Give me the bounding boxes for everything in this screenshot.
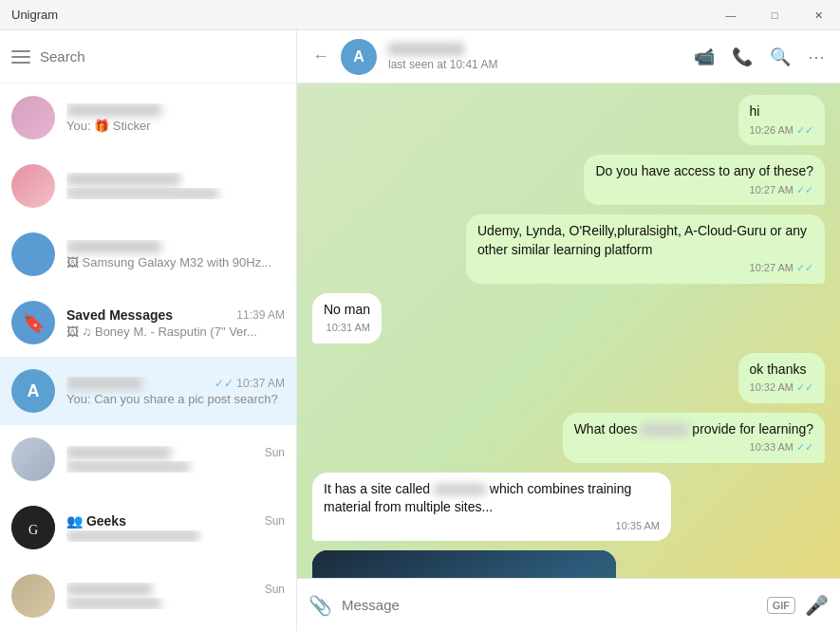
chat-preview: 🖼 ♫ Boney M. - Rasputin (7" Ver... [66,325,285,339]
message-row: Udemy, Lynda, O'Reilly,pluralsight, A-Cl… [312,214,825,284]
message-row: What does provide for learning? 10:33 AM… [312,413,825,463]
message-bubble: hi 10:26 AM ✓✓ [738,95,825,145]
messages-area: hi 10:26 AM ✓✓ Do you have access to any… [297,84,840,578]
message-text: ok thanks [750,361,813,380]
message-row: It has a site called which combines trai… [312,473,825,542]
message-text: Udemy, Lynda, O'Reilly,pluralsight, A-Cl… [477,222,813,259]
avatar [11,164,55,208]
avatar: 🔖 [11,301,55,344]
chat-name: Saved Messages [66,307,173,323]
sidebar-header [0,30,296,84]
list-item[interactable] [0,152,296,220]
gif-image [312,550,616,578]
read-receipt: ✓✓ [796,380,813,395]
message-text: Do you have access to any of these? [595,162,813,181]
message-bubble: No man 10:31 AM [312,293,382,343]
chat-time: Sun [265,583,285,596]
chat-info [66,173,285,199]
read-receipt: ✓✓ [796,440,813,455]
back-button[interactable]: ← [312,46,329,66]
avatar [11,232,55,276]
chat-info: 👥 Geeks Sun [66,513,285,542]
avatar: A [11,369,55,413]
chat-info: Sun [66,583,285,609]
sidebar: You: 🎁 Sticker [0,30,297,631]
message-meta: 10:33 AM ✓✓ [574,440,813,455]
contact-status: last seen at 10:41 AM [388,58,682,71]
list-item[interactable]: A ✓✓ 10:37 AM You: Can you share a pic p… [0,357,296,425]
chat-name [66,446,171,459]
chat-info: 🖼 Samsung Galaxy M32 with 90Hz... [66,240,285,269]
list-item[interactable]: 👥 Geeks Sun [0,493,296,562]
avatar [11,96,55,139]
read-receipt: ✓✓ [796,123,813,138]
attach-icon[interactable]: 📎 [308,594,332,617]
message-time: 10:26 AM [750,123,793,138]
app-title: Unigram [11,8,58,22]
avatar [11,437,55,481]
list-item[interactable]: 🖼 Samsung Galaxy M32 with 90Hz... [0,220,296,288]
maximize-button[interactable]: □ [753,0,796,30]
message-time: 10:35 AM [616,519,660,533]
chat-list: You: 🎁 Sticker [0,84,296,631]
list-item[interactable]: Sun [0,425,296,493]
chat-info: ✓✓ 10:37 AM You: Can you share a pic pos… [66,377,285,406]
message-text: hi [750,102,813,121]
svg-rect-0 [312,550,616,578]
message-bubble: ok thanks 10:32 AM ✓✓ [738,353,825,403]
list-item[interactable]: 🔖 Saved Messages 11:39 AM 🖼 ♫ Boney M. -… [0,288,296,357]
chat-preview: You: 🎁 Sticker [66,119,285,133]
search-icon[interactable]: 🔍 [770,46,791,67]
chat-name [66,377,142,390]
microphone-icon[interactable]: 🎤 [805,594,829,617]
message-row: Do you have access to any of these? 10:2… [312,155,825,205]
message-meta: 10:27 AM ✓✓ [595,183,813,197]
chat-time: Sun [265,514,285,528]
message-time: 10:32 AM [750,380,793,395]
message-meta: 10:26 AM ✓✓ [750,123,813,138]
more-options-icon[interactable]: ⋯ [808,46,825,67]
message-time: 10:33 AM [750,440,793,455]
read-receipt: ✓✓ [796,261,813,275]
contact-name [388,43,464,56]
chat-time: 11:39 AM [236,308,285,322]
chat-time: Sun [265,446,285,459]
message-bubble: What does provide for learning? 10:33 AM… [563,413,825,463]
chat-preview [66,598,285,609]
chat-name: 👥 Geeks [66,513,126,529]
chat-name [66,173,180,186]
message-time: 10:27 AM [750,183,793,197]
message-bubble: Do you have access to any of these? 10:2… [584,155,825,205]
read-receipt: ✓✓ [796,183,813,197]
minimize-button[interactable]: — [709,0,753,30]
message-meta: 10:27 AM ✓✓ [477,261,813,275]
close-button[interactable]: ✕ [796,0,840,30]
search-input[interactable] [40,48,285,65]
gif-button[interactable]: GIF [767,597,795,614]
message-text: It has a site called which combines trai… [324,480,660,517]
message-input[interactable] [342,597,757,613]
chat-preview: You: Can you share a pic post search? [66,392,285,406]
gif-message: GIF [312,550,616,578]
message-time: 10:27 AM [750,261,793,275]
chat-header-avatar: A [341,39,377,75]
chat-name [66,240,161,253]
chat-header: ← A last seen at 10:41 AM 📹 📞 🔍 ⋯ [297,30,840,84]
chat-area: ← A last seen at 10:41 AM 📹 📞 🔍 ⋯ hi 10:… [297,30,840,631]
message-row: ok thanks 10:32 AM ✓✓ [312,353,825,403]
message-meta: 10:32 AM ✓✓ [750,380,813,395]
list-item[interactable]: Sun [0,562,296,630]
list-item[interactable]: You: 🎁 Sticker [0,84,296,152]
video-call-icon[interactable]: 📹 [694,46,715,67]
chat-header-info: last seen at 10:41 AM [388,43,682,71]
message-text: No man [324,301,370,320]
chat-preview [66,188,285,199]
chat-info: You: 🎁 Sticker [66,103,285,133]
chat-time: ✓✓ 10:37 AM [215,377,285,390]
window-controls: — □ ✕ [709,0,840,30]
chat-name [66,583,152,596]
phone-icon[interactable]: 📞 [732,46,753,67]
hamburger-menu-button[interactable] [11,50,30,64]
chat-info: Saved Messages 11:39 AM 🖼 ♫ Boney M. - R… [66,307,285,339]
message-row: hi 10:26 AM ✓✓ [312,95,825,145]
